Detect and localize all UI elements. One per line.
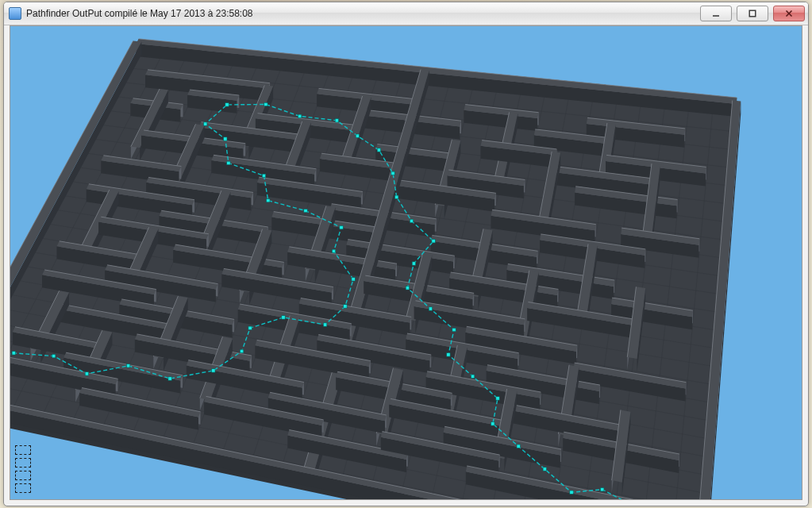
viewport-frame	[10, 25, 802, 500]
svg-rect-38	[452, 328, 456, 331]
app-icon	[9, 7, 21, 20]
svg-rect-5	[12, 352, 15, 355]
window-title: Pathfinder OutPut compilé le May 17 2013…	[26, 2, 700, 25]
svg-rect-33	[410, 219, 413, 222]
svg-rect-9	[168, 377, 171, 380]
svg-rect-43	[517, 444, 520, 448]
maze-render	[10, 26, 802, 499]
3d-viewport[interactable]	[10, 26, 802, 499]
svg-rect-16	[352, 278, 355, 281]
svg-rect-10	[212, 369, 215, 372]
svg-rect-15	[344, 305, 347, 308]
svg-rect-36	[406, 287, 409, 290]
svg-rect-11	[240, 349, 243, 352]
svg-rect-25	[225, 103, 229, 106]
svg-rect-13	[282, 316, 285, 319]
svg-rect-18	[340, 225, 343, 229]
svg-rect-14	[323, 323, 326, 326]
maximize-button[interactable]	[737, 6, 768, 21]
svg-rect-20	[267, 198, 270, 202]
svg-rect-41	[496, 397, 499, 400]
svg-rect-23	[224, 137, 227, 140]
svg-rect-21	[262, 174, 265, 177]
svg-rect-44	[543, 468, 546, 471]
svg-rect-27	[298, 114, 302, 117]
svg-rect-12	[248, 326, 252, 329]
svg-rect-31	[391, 171, 394, 175]
svg-rect-45	[570, 491, 573, 494]
svg-rect-26	[264, 102, 267, 106]
svg-rect-40	[471, 375, 474, 378]
svg-rect-32	[395, 195, 398, 198]
svg-rect-46	[601, 488, 604, 491]
svg-rect-34	[432, 240, 435, 243]
svg-rect-19	[304, 209, 307, 212]
close-icon	[785, 10, 793, 17]
svg-rect-22	[227, 161, 230, 164]
svg-rect-42	[491, 422, 495, 425]
svg-rect-37	[429, 307, 432, 310]
titlebar[interactable]: Pathfinder OutPut compilé le May 17 2013…	[4, 2, 808, 25]
axis-gizmo-stack	[15, 445, 31, 493]
svg-rect-30	[377, 148, 380, 152]
axis-gizmo-4[interactable]	[15, 483, 31, 493]
svg-rect-1	[749, 10, 756, 17]
application-window: Pathfinder OutPut compilé le May 17 2013…	[3, 2, 809, 506]
minimize-button[interactable]	[700, 6, 732, 21]
axis-gizmo-2[interactable]	[15, 458, 31, 468]
close-button[interactable]	[773, 6, 805, 21]
svg-rect-29	[356, 134, 359, 137]
axis-gizmo-1[interactable]	[15, 445, 31, 455]
window-buttons	[700, 6, 805, 21]
svg-rect-39	[447, 353, 450, 356]
svg-rect-7	[85, 372, 88, 375]
svg-rect-17	[332, 249, 335, 252]
svg-rect-28	[335, 119, 338, 122]
axis-gizmo-3[interactable]	[15, 471, 31, 480]
minimize-icon	[712, 10, 720, 17]
svg-rect-24	[204, 122, 207, 125]
maximize-icon	[749, 10, 756, 17]
svg-rect-8	[126, 364, 129, 368]
svg-rect-35	[412, 262, 415, 265]
svg-rect-6	[52, 354, 56, 357]
